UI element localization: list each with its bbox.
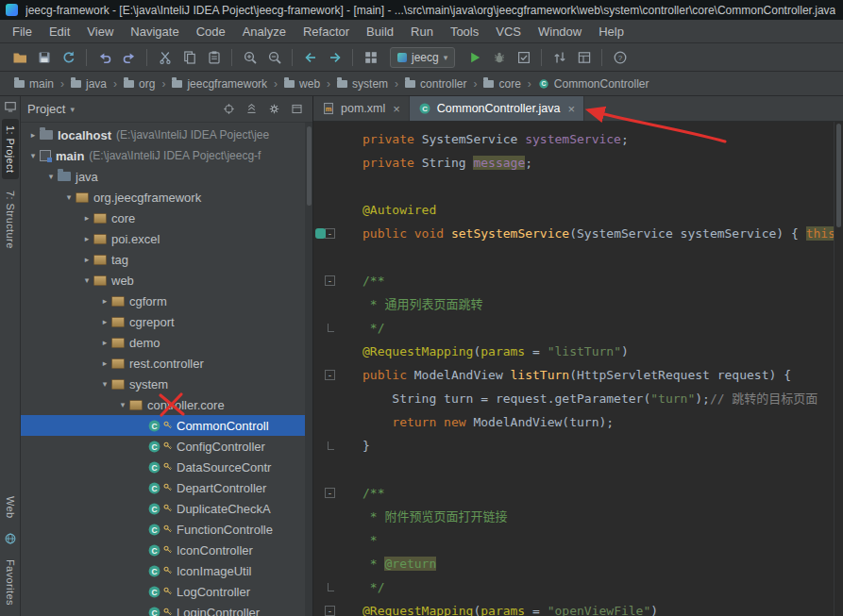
tree-item-org-jeecgframework[interactable]: ▾org.jeecgframework xyxy=(21,187,312,208)
code-line[interactable]: } xyxy=(362,434,834,458)
chevron-right-icon[interactable]: ▸ xyxy=(98,317,111,326)
breadcrumb-item-controller[interactable]: controller xyxy=(402,76,469,92)
code-line[interactable] xyxy=(362,245,834,269)
tree-item-core[interactable]: ▸core xyxy=(21,208,312,228)
chevron-right-icon[interactable]: ▸ xyxy=(80,255,93,264)
breadcrumb-item-java[interactable]: java xyxy=(68,76,110,92)
tool-button--project[interactable]: 1: Project xyxy=(2,119,19,179)
code-line[interactable]: * @return xyxy=(362,552,834,575)
code-line[interactable]: * xyxy=(362,528,834,552)
tree-item-java[interactable]: ▾java xyxy=(21,166,312,187)
chevron-right-icon[interactable]: ▸ xyxy=(98,296,111,306)
code-line[interactable]: * 附件预览页面打开链接 xyxy=(362,505,834,528)
menu-tools[interactable]: Tools xyxy=(442,23,487,41)
chevron-right-icon[interactable]: ▸ xyxy=(80,213,93,223)
paste-button[interactable] xyxy=(202,46,226,68)
tree-item-controller-core[interactable]: ▾controller.core xyxy=(21,394,312,415)
fold-collapse-icon[interactable]: - xyxy=(325,370,335,380)
chevron-right-icon[interactable]: ▸ xyxy=(26,130,40,140)
zoom-in-button[interactable] xyxy=(238,46,261,68)
menu-view[interactable]: View xyxy=(78,23,122,41)
menu-refactor[interactable]: Refactor xyxy=(295,23,358,41)
chevron-down-icon[interactable]: ▾ xyxy=(44,172,58,181)
code-line[interactable]: /** xyxy=(362,269,834,292)
close-icon[interactable]: × xyxy=(393,102,400,116)
close-icon[interactable]: × xyxy=(567,102,575,116)
chevron-down-icon[interactable]: ▾ xyxy=(98,379,111,389)
hide-panel-icon[interactable] xyxy=(287,101,306,118)
code-line[interactable]: */ xyxy=(362,575,834,599)
tree-item-cgform[interactable]: ▸cgform xyxy=(21,291,312,311)
chevron-down-icon[interactable]: ▾ xyxy=(70,105,75,114)
breadcrumb-item-commoncontroller[interactable]: CCommonController xyxy=(535,76,652,92)
tool-button-favorites[interactable]: Favorites xyxy=(2,553,19,612)
vcs-button[interactable] xyxy=(548,46,571,68)
tree-item-departcontroller[interactable]: CDepartController xyxy=(21,477,312,498)
tree-item-logincontroller[interactable]: CLoginController xyxy=(21,602,312,616)
menu-vcs[interactable]: VCS xyxy=(487,23,530,41)
undo-button[interactable] xyxy=(93,46,116,68)
chevron-down-icon[interactable]: ▾ xyxy=(62,192,76,202)
code-line[interactable]: @RequestMapping(params = "listTurn") xyxy=(362,340,834,363)
chevron-right-icon[interactable]: ▸ xyxy=(98,338,111,347)
copy-button[interactable] xyxy=(177,46,201,68)
menu-file[interactable]: File xyxy=(4,23,41,41)
code-line[interactable] xyxy=(362,458,834,481)
tree-item-rest-controller[interactable]: ▸rest.controller xyxy=(21,353,312,374)
menu-navigate[interactable]: Navigate xyxy=(122,23,187,41)
tree-item-main[interactable]: ▾main (E:\java\InteliJ IDEA Poject\jeecg… xyxy=(21,145,312,166)
chevron-down-icon[interactable]: ▾ xyxy=(116,400,129,409)
menu-edit[interactable]: Edit xyxy=(41,23,78,41)
breadcrumb-item-jeecgframework[interactable]: jeecgframework xyxy=(169,76,270,92)
run-config-select[interactable]: jeecg▾ xyxy=(390,47,455,68)
code-line[interactable]: private String message; xyxy=(362,151,834,175)
tool-button-web[interactable]: Web xyxy=(2,490,19,525)
cut-button[interactable] xyxy=(153,46,177,68)
tree-item-tag[interactable]: ▸tag xyxy=(21,249,312,270)
fold-collapse-icon[interactable]: - xyxy=(325,488,335,498)
code-line[interactable]: String turn = request.getParameter("turn… xyxy=(362,387,834,410)
chevron-down-icon[interactable]: ▾ xyxy=(80,275,93,285)
debug-button[interactable] xyxy=(487,46,511,68)
menu-help[interactable]: Help xyxy=(590,23,632,41)
breadcrumb-item-core[interactable]: core xyxy=(481,76,523,92)
zoom-out-button[interactable] xyxy=(262,46,286,68)
locate-icon[interactable] xyxy=(219,101,238,118)
code-line[interactable] xyxy=(362,175,834,198)
project-scrollbar[interactable] xyxy=(305,123,312,616)
tree-item-web[interactable]: ▾web xyxy=(21,270,312,291)
tab-commoncontroller-java[interactable]: CCommonController.java× xyxy=(410,96,584,121)
chevron-right-icon[interactable]: ▸ xyxy=(80,234,93,243)
save-button[interactable] xyxy=(32,46,56,68)
redo-button[interactable] xyxy=(117,46,141,68)
coverage-button[interactable] xyxy=(512,46,535,68)
code-line[interactable]: private SystemService systemService; xyxy=(362,127,834,151)
menu-run[interactable]: Run xyxy=(402,23,442,41)
menu-code[interactable]: Code xyxy=(188,23,234,41)
collapse-all-icon[interactable] xyxy=(242,101,261,118)
tree-item-iconcontroller[interactable]: CIconController xyxy=(21,540,312,560)
tree-item-datasourcecontr[interactable]: CDataSourceContr xyxy=(21,457,312,477)
sync-button[interactable] xyxy=(57,46,80,68)
tree-item-system[interactable]: ▾system xyxy=(21,374,312,394)
module-button[interactable] xyxy=(359,46,382,68)
open-folder-button[interactable] xyxy=(8,46,31,68)
breadcrumb-item-org[interactable]: org xyxy=(121,76,158,92)
project-panel-title[interactable]: Project xyxy=(27,102,65,116)
tree-item-configcontroller[interactable]: CConfigController xyxy=(21,436,312,457)
code-line[interactable]: @RequestMapping(params = "openViewFile") xyxy=(362,599,834,616)
table-button[interactable] xyxy=(572,46,596,68)
tree-item-functioncontrolle[interactable]: CFunctionControlle xyxy=(21,519,312,540)
settings-gear-icon[interactable] xyxy=(264,101,283,118)
tab-pom-xml[interactable]: mpom.xml× xyxy=(313,96,410,121)
tool-button--structure[interactable]: 7: Structure xyxy=(2,184,19,256)
fold-collapse-icon[interactable]: - xyxy=(325,275,335,286)
run-button[interactable] xyxy=(463,46,486,68)
tree-item-localhost[interactable]: ▸localhost (E:\java\InteliJ IDEA Poject\… xyxy=(21,125,312,145)
menu-analyze[interactable]: Analyze xyxy=(234,23,295,41)
code-line[interactable]: return new ModelAndView(turn); xyxy=(362,410,834,434)
fold-collapse-icon[interactable]: - xyxy=(325,228,335,239)
breadcrumb-item-web[interactable]: web xyxy=(281,76,323,92)
breadcrumb-item-system[interactable]: system xyxy=(334,76,391,92)
chevron-right-icon[interactable]: ▸ xyxy=(98,358,111,368)
